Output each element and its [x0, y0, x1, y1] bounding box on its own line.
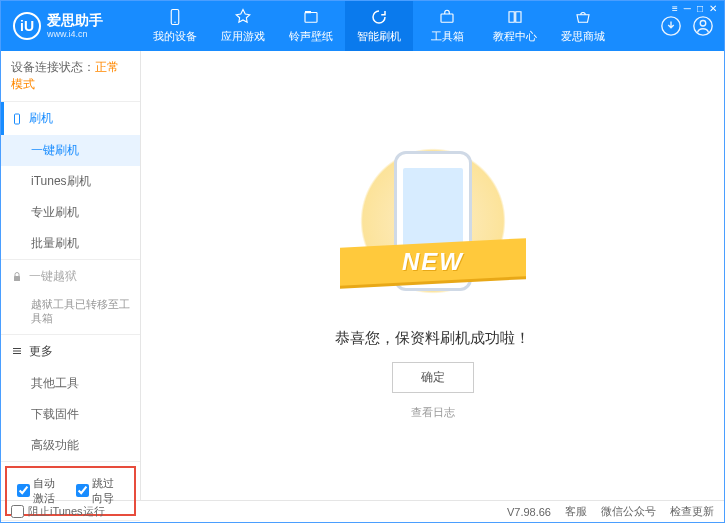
- tab-label: 爱思商城: [561, 29, 605, 44]
- phone-outline-icon: [11, 113, 23, 125]
- sidebar-item-oneclick-flash[interactable]: 一键刷机: [1, 135, 140, 166]
- shop-icon: [574, 8, 592, 26]
- check-update-link[interactable]: 检查更新: [670, 504, 714, 519]
- svg-rect-2: [305, 13, 317, 23]
- book-icon: [506, 8, 524, 26]
- tab-toolbox[interactable]: 工具箱: [413, 1, 481, 51]
- titlebar-actions: [650, 15, 724, 37]
- sidebar-section-flash[interactable]: 刷机: [1, 102, 140, 135]
- tab-label: 工具箱: [431, 29, 464, 44]
- maximize-icon[interactable]: □: [697, 3, 703, 14]
- tab-label: 我的设备: [153, 29, 197, 44]
- nav-tabs: 我的设备 应用游戏 铃声壁纸 智能刷机 工具箱 教程中心 爱思商城: [141, 1, 650, 51]
- apps-icon: [234, 8, 252, 26]
- logo: iU 爱思助手 www.i4.cn: [1, 12, 141, 40]
- app-url: www.i4.cn: [47, 29, 103, 39]
- sidebar-item-batch-flash[interactable]: 批量刷机: [1, 228, 140, 259]
- sidebar-item-download-firmware[interactable]: 下载固件: [1, 399, 140, 430]
- lock-icon: [11, 271, 23, 283]
- view-log-link[interactable]: 查看日志: [411, 405, 455, 420]
- tab-label: 教程中心: [493, 29, 537, 44]
- tab-tutorials[interactable]: 教程中心: [481, 1, 549, 51]
- sidebar-item-itunes-flash[interactable]: iTunes刷机: [1, 166, 140, 197]
- checkbox-label: 自动激活: [33, 476, 66, 506]
- titlebar: iU 爱思助手 www.i4.cn 我的设备 应用游戏 铃声壁纸 智能刷机 工具…: [1, 1, 724, 51]
- tab-shop[interactable]: 爱思商城: [549, 1, 617, 51]
- list-icon: [11, 345, 23, 357]
- tab-my-device[interactable]: 我的设备: [141, 1, 209, 51]
- skip-guide-checkbox[interactable]: [76, 484, 89, 497]
- sidebar-section-jailbreak: 一键越狱: [1, 260, 140, 293]
- block-itunes-label: 阻止iTunes运行: [28, 504, 105, 519]
- tab-ringtones[interactable]: 铃声壁纸: [277, 1, 345, 51]
- sidebar-item-advanced[interactable]: 高级功能: [1, 430, 140, 461]
- auto-activate-checkbox[interactable]: [17, 484, 30, 497]
- app-title: 爱思助手: [47, 13, 103, 28]
- logo-icon: iU: [13, 12, 41, 40]
- block-itunes-checkbox[interactable]: [11, 505, 24, 518]
- minimize-icon[interactable]: ─: [684, 3, 691, 14]
- svg-point-7: [700, 21, 706, 27]
- new-banner: NEW: [340, 238, 526, 286]
- svg-point-1: [174, 22, 176, 24]
- svg-rect-4: [441, 14, 453, 22]
- sidebar: 设备连接状态：正常模式 刷机 一键刷机 iTunes刷机 专业刷机 批量刷机 一…: [1, 51, 141, 500]
- sidebar-item-pro-flash[interactable]: 专业刷机: [1, 197, 140, 228]
- tab-label: 应用游戏: [221, 29, 265, 44]
- svg-rect-9: [14, 276, 20, 281]
- success-illustration: NEW: [358, 131, 508, 311]
- checkbox-skip-guide[interactable]: 跳过向导: [76, 476, 125, 506]
- wechat-link[interactable]: 微信公众号: [601, 504, 656, 519]
- svg-rect-8: [15, 114, 20, 124]
- section-title: 一键越狱: [29, 268, 77, 285]
- success-message: 恭喜您，保资料刷机成功啦！: [335, 329, 530, 348]
- tab-smart-flash[interactable]: 智能刷机: [345, 1, 413, 51]
- menu-icon[interactable]: ≡: [672, 3, 678, 14]
- refresh-icon: [370, 8, 388, 26]
- user-icon[interactable]: [692, 15, 714, 37]
- section-title: 更多: [29, 343, 53, 360]
- tab-label: 铃声壁纸: [289, 29, 333, 44]
- download-icon[interactable]: [660, 15, 682, 37]
- svg-rect-3: [305, 11, 311, 13]
- connection-status: 设备连接状态：正常模式: [1, 51, 140, 102]
- folder-icon: [302, 8, 320, 26]
- device-info[interactable]: iPhone 12 mini 64GB Down-12mini-13,1: [1, 520, 140, 523]
- close-icon[interactable]: ✕: [709, 3, 717, 14]
- jailbreak-note: 越狱工具已转移至工具箱: [1, 293, 140, 334]
- tab-label: 智能刷机: [357, 29, 401, 44]
- phone-icon: [166, 8, 184, 26]
- section-title: 刷机: [29, 110, 53, 127]
- window-controls: ≡ ─ □ ✕: [672, 3, 717, 14]
- sidebar-item-other-tools[interactable]: 其他工具: [1, 368, 140, 399]
- toolbox-icon: [438, 8, 456, 26]
- tab-apps[interactable]: 应用游戏: [209, 1, 277, 51]
- main-content: NEW 恭喜您，保资料刷机成功啦！ 确定 查看日志: [141, 51, 724, 500]
- status-label: 设备连接状态：: [11, 60, 95, 74]
- support-link[interactable]: 客服: [565, 504, 587, 519]
- sidebar-section-more[interactable]: 更多: [1, 335, 140, 368]
- ok-button[interactable]: 确定: [392, 362, 474, 393]
- version-label: V7.98.66: [507, 506, 551, 518]
- checkbox-label: 跳过向导: [92, 476, 125, 506]
- checkbox-auto-activate[interactable]: 自动激活: [17, 476, 66, 506]
